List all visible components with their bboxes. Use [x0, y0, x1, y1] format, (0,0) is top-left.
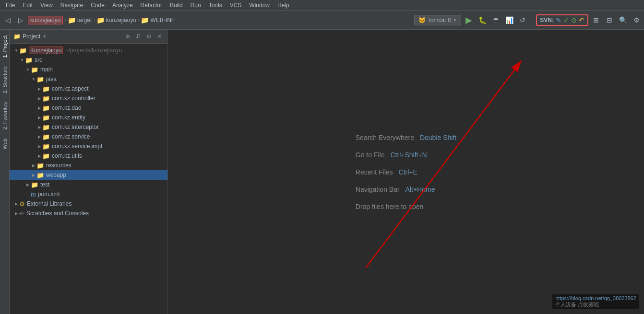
menu-tools[interactable]: Tools — [205, 1, 226, 10]
layout-button[interactable]: ⊞ — [590, 14, 602, 26]
tree-arrow-entity: ▶ — [36, 116, 42, 120]
menu-navigate[interactable]: Navigate — [57, 1, 87, 10]
toolbar: ◁ ▷ kunzejiaoyu › 📁 target › 📁 kunzejiao… — [0, 11, 644, 30]
sidebar-item-project[interactable]: 1: Project — [0, 32, 9, 61]
back-button[interactable]: ◁ — [2, 14, 13, 26]
tree-node-resources[interactable]: ▶ 📁 resources — [10, 161, 167, 170]
tree-node-aspect[interactable]: ▶ 📁 com.kz.aspect — [10, 84, 167, 93]
panel-title-icon: 📁 — [13, 33, 21, 40]
hint-row-goto: Go to File Ctrl+Shift+N — [356, 151, 456, 159]
tree-node-root[interactable]: ▼ 📁 Kunzejiaoyu ~/projects/kunzejiaoyu — [10, 46, 167, 55]
breadcrumb-webinf-label: WEB-INF — [150, 17, 175, 23]
layout2-button[interactable]: ⊟ — [604, 14, 615, 26]
breadcrumb-root[interactable]: kunzejiaoyu — [28, 16, 63, 24]
tree-node-main[interactable]: ▼ 📁 main — [10, 65, 167, 74]
menu-view[interactable]: View — [36, 1, 57, 10]
src-folder-icon: 📁 — [25, 57, 33, 64]
service-impl-folder-icon: 📁 — [42, 143, 50, 150]
breadcrumb-webinf[interactable]: 📁 WEB-INF — [141, 16, 175, 24]
webapp-folder-icon: 📁 — [36, 172, 44, 179]
main-label: main — [40, 66, 53, 73]
tree-arrow-aspect: ▶ — [36, 87, 42, 91]
hint-shortcut-search: Double Shift — [420, 134, 456, 141]
folder-icon-2: 📁 — [96, 16, 105, 24]
tree-node-controller[interactable]: ▶ 📁 com.kz.controller — [10, 93, 167, 103]
entity-folder-icon: 📁 — [42, 114, 50, 121]
tree-node-interceptor[interactable]: ▶ 📁 com.kz.interceptor — [10, 122, 167, 132]
tree-arrow-dao: ▶ — [36, 106, 42, 110]
panel-action-close[interactable]: ✕ — [155, 32, 164, 41]
breadcrumb-sep-1: › — [64, 17, 66, 23]
svn-revert-button[interactable]: ↶ — [579, 16, 584, 24]
aspect-folder-icon: 📁 — [42, 85, 50, 93]
tree-arrow-test: ▶ — [25, 183, 31, 187]
sidebar-item-structure[interactable]: 2: Structure — [0, 62, 9, 97]
interceptor-folder-icon: 📁 — [42, 124, 50, 131]
breadcrumb-sep-3: › — [138, 17, 139, 23]
menu-vcs[interactable]: VCS — [226, 1, 246, 10]
tree-node-java[interactable]: ▼ 📁 java — [10, 74, 167, 84]
debug-button[interactable]: 🐛 — [477, 14, 488, 26]
menu-analyze[interactable]: Analyze — [108, 1, 137, 10]
tree-node-src[interactable]: ▼ 📁 src — [10, 55, 167, 65]
menu-run[interactable]: Run — [187, 1, 205, 10]
tree-node-test[interactable]: ▶ 📁 test — [10, 180, 167, 189]
tree-arrow-ext-libs: ▶ — [13, 202, 19, 206]
breadcrumb-kunzejiaoyu[interactable]: 📁 kunzejiaoyu — [96, 16, 136, 24]
panel-action-add[interactable]: ⊕ — [123, 32, 132, 41]
interceptor-label: com.kz.interceptor — [52, 124, 99, 130]
hint-shortcut-goto: Ctrl+Shift+N — [390, 151, 427, 159]
tree-node-utils[interactable]: ▶ 📁 com.kz.utils — [10, 151, 167, 161]
hint-row-drop: Drop files here to open — [356, 203, 456, 210]
root-folder-icon: 📁 — [19, 47, 27, 54]
ext-libs-label: External Libraries — [27, 200, 72, 207]
search-everywhere-button[interactable]: 🔍 — [617, 14, 629, 26]
svn-update-button[interactable]: ✎ — [556, 16, 561, 24]
coverage-button[interactable]: ☂ — [490, 14, 501, 26]
menu-window[interactable]: Window — [245, 1, 274, 10]
panel-action-scroll[interactable]: ⇵ — [134, 32, 143, 41]
sidebar-item-favorites[interactable]: 2: Favorites — [0, 98, 9, 133]
svn-commit-button[interactable]: ✓ — [563, 16, 569, 24]
aspect-label: com.kz.aspect — [52, 85, 89, 92]
tomcat-config-button[interactable]: 🐱 Tomcat 8 ▼ — [414, 15, 462, 25]
dao-folder-icon: 📁 — [42, 105, 50, 112]
panel-action-settings[interactable]: ⚙ — [144, 32, 153, 41]
forward-button[interactable]: ▷ — [15, 14, 26, 26]
menu-file[interactable]: File — [2, 1, 19, 10]
menu-help[interactable]: Help — [274, 1, 293, 10]
settings-gear-button[interactable]: ⚙ — [631, 14, 642, 26]
sidebar-item-web[interactable]: Web — [0, 135, 9, 153]
resources-label: resources — [46, 162, 72, 169]
tree-node-pom[interactable]: ▶ m pom.xml — [10, 189, 167, 199]
menu-code[interactable]: Code — [87, 1, 108, 10]
utils-label: com.kz.utils — [52, 152, 82, 159]
tree-arrow-service: ▶ — [36, 135, 42, 139]
breadcrumb-target[interactable]: 📁 target — [68, 16, 92, 24]
tree-node-webapp[interactable]: ▶ 📁 webapp — [10, 170, 167, 180]
reload-button[interactable]: ↺ — [517, 14, 528, 26]
tree-node-scratches[interactable]: ▶ ✏ Scratches and Consoles — [10, 209, 167, 218]
menu-build[interactable]: Build — [166, 1, 187, 10]
tree-node-entity[interactable]: ▶ 📁 com.kz.entity — [10, 113, 167, 122]
menu-refactor[interactable]: Refactor — [137, 1, 166, 10]
profile-button[interactable]: 📊 — [503, 14, 515, 26]
tree-node-service[interactable]: ▶ 📁 com.kz.service — [10, 132, 167, 141]
resources-folder-icon: 📁 — [36, 162, 44, 169]
service-label: com.kz.service — [52, 133, 90, 140]
breadcrumb-root-label: kunzejiaoyu — [28, 16, 63, 24]
project-panel: 📁 Project ▼ ⊕ ⇵ ⚙ ✕ ▼ 📁 Kunzejiaoyu ~/pr… — [10, 30, 168, 314]
run-button[interactable]: ▶ — [463, 14, 475, 26]
breadcrumb-sep-2: › — [93, 17, 95, 23]
test-label: test — [40, 181, 49, 188]
tree-node-service-impl[interactable]: ▶ 📁 com.kz.service.impl — [10, 141, 167, 151]
tree-node-dao[interactable]: ▶ 📁 com.kz.dao — [10, 103, 167, 113]
tree-container[interactable]: ▼ 📁 Kunzejiaoyu ~/projects/kunzejiaoyu ▼… — [10, 44, 167, 314]
panel-title-chevron[interactable]: ▼ — [42, 34, 47, 39]
tree-node-ext-libs[interactable]: ▶ ⚙ External Libraries — [10, 199, 167, 209]
menu-edit[interactable]: Edit — [19, 1, 36, 10]
side-tabs-left: 1: Project 2: Structure 2: Favorites Web — [0, 30, 10, 314]
tree-arrow-java: ▼ — [31, 77, 36, 81]
tree-arrow-scratches: ▶ — [13, 211, 19, 216]
svn-history-button[interactable]: ⊙ — [571, 16, 577, 24]
